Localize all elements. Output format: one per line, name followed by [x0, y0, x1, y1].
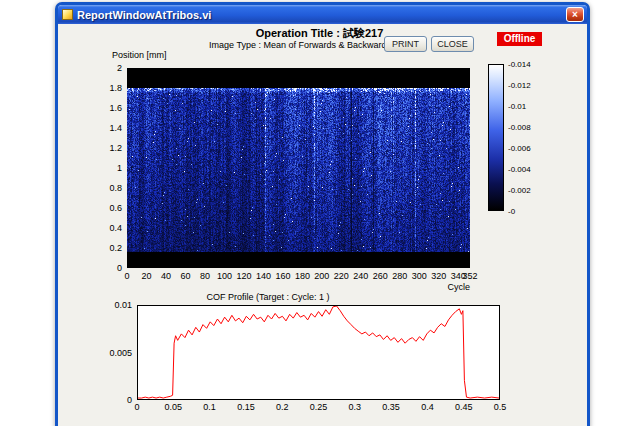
print-button[interactable]: PRINT	[384, 36, 427, 52]
tick-label: 240	[353, 271, 368, 281]
tick-label: 1.6	[109, 103, 122, 113]
tick-label: 0.6	[109, 203, 122, 213]
tick-label: 0	[134, 402, 139, 412]
window-close-icon[interactable]: ×	[566, 7, 584, 22]
tick-label: 2	[117, 63, 122, 73]
tick-label: 1	[117, 163, 122, 173]
tick-label: 0.4	[421, 402, 434, 412]
profile-y-ticks: 0.010.0050	[102, 305, 134, 400]
offline-status-badge: Offline	[497, 32, 542, 46]
tick-label: -0.01	[508, 102, 526, 111]
tick-label: 0	[124, 271, 129, 281]
tick-label: 200	[314, 271, 329, 281]
profile-line	[138, 306, 499, 399]
heatmap-y-ticks: 21.81.61.41.210.80.60.40.20	[94, 68, 124, 268]
tick-label: 0.15	[237, 402, 255, 412]
tick-label: 352	[462, 271, 477, 281]
heatmap-canvas	[127, 68, 470, 268]
tick-label: 0.3	[349, 402, 362, 412]
tick-label: 280	[392, 271, 407, 281]
close-button[interactable]: CLOSE	[431, 36, 474, 52]
tick-label: -0	[508, 207, 515, 216]
tick-label: 0.2	[276, 402, 289, 412]
tick-label: 0.8	[109, 183, 122, 193]
tick-label: 300	[412, 271, 427, 281]
profile-title: COF Profile (Target : Cycle: 1 )	[137, 292, 399, 302]
tick-label: 0.1	[203, 402, 216, 412]
tick-label: 320	[431, 271, 446, 281]
window-content: Operation Title : 試験217 Image Type : Mea…	[58, 24, 587, 426]
tick-label: 0.4	[109, 223, 122, 233]
colorbar	[488, 64, 504, 211]
tick-label: 0.005	[109, 348, 132, 358]
tick-label: 0.05	[165, 402, 183, 412]
tick-label: 0	[117, 263, 122, 273]
window-title: ReportWindowAtTribos.vi	[77, 9, 211, 21]
tick-label: 120	[236, 271, 251, 281]
tick-label: 0.45	[455, 402, 473, 412]
tick-label: 220	[334, 271, 349, 281]
tick-label: -0.004	[508, 165, 531, 174]
tick-label: -0.002	[508, 186, 531, 195]
tick-label: 160	[275, 271, 290, 281]
tick-label: 20	[141, 271, 151, 281]
tick-label: 1.4	[109, 123, 122, 133]
screenshot: ReportWindowAtTribos.vi × Operation Titl…	[0, 0, 640, 426]
tick-label: 0.5	[494, 402, 507, 412]
window-titlebar[interactable]: ReportWindowAtTribos.vi ×	[58, 5, 587, 24]
profile-x-ticks: 00.050.10.150.20.250.30.350.40.450.5	[137, 402, 500, 412]
tick-label: 180	[295, 271, 310, 281]
tick-label: 260	[373, 271, 388, 281]
tick-label: 60	[180, 271, 190, 281]
tick-label: -0.006	[508, 144, 531, 153]
heatmap-plot	[127, 68, 470, 268]
tick-label: 100	[217, 271, 232, 281]
heatmap-x-ticks: 0204060801001201401601802002202402602803…	[127, 271, 470, 281]
tick-label: -0.014	[508, 60, 531, 69]
tick-label: 0.35	[382, 402, 400, 412]
tick-label: 0	[127, 395, 132, 405]
tick-label: 1.8	[109, 83, 122, 93]
heatmap-y-axis-label: Position [mm]	[112, 50, 167, 60]
colorbar-ticks: -0.014-0.012-0.01-0.008-0.006-0.004-0.00…	[508, 64, 548, 211]
app-icon	[62, 9, 73, 20]
tick-label: 0.01	[114, 300, 132, 310]
tick-label: -0.012	[508, 81, 531, 90]
tick-label: 40	[161, 271, 171, 281]
heatmap-x-axis-label: Cycle	[410, 282, 470, 292]
tick-label: 80	[200, 271, 210, 281]
tick-label: 140	[256, 271, 271, 281]
tick-label: 0.2	[109, 243, 122, 253]
tick-label: 0.25	[310, 402, 328, 412]
tick-label: 1.2	[109, 143, 122, 153]
profile-plot	[137, 305, 500, 400]
report-window: ReportWindowAtTribos.vi × Operation Titl…	[55, 2, 590, 426]
tick-label: -0.008	[508, 123, 531, 132]
